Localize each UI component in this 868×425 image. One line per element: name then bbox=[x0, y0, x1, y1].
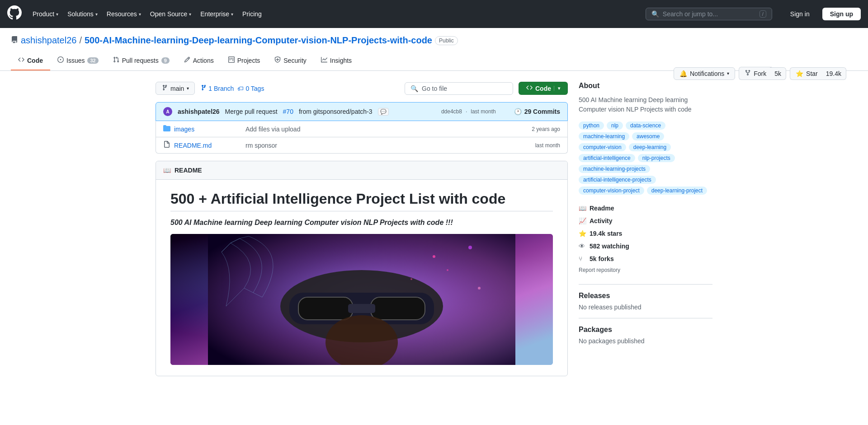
tab-label: Security bbox=[283, 57, 307, 64]
nav-item-pricing[interactable]: Pricing bbox=[239, 9, 265, 19]
sidebar-stat-label[interactable]: Readme bbox=[590, 205, 614, 212]
branch-info: 1 Branch 🏷 0 Tags bbox=[200, 84, 264, 92]
tag-item[interactable]: computer-vision bbox=[579, 143, 626, 151]
about-title: About bbox=[579, 82, 712, 90]
search-input[interactable] bbox=[663, 10, 756, 18]
tab-security[interactable]: Security bbox=[267, 51, 314, 70]
security-icon bbox=[274, 56, 281, 64]
tab-code[interactable]: Code bbox=[11, 51, 50, 70]
file-icon bbox=[163, 141, 170, 149]
folder-icon bbox=[163, 125, 170, 133]
repo-owner-link[interactable]: ashishpatel26 bbox=[21, 35, 76, 46]
branch-icon bbox=[161, 84, 168, 92]
tags-list: pythonnlpdata-sciencemachine-learningawe… bbox=[579, 121, 712, 195]
report-repository-link[interactable]: Report repository bbox=[579, 267, 712, 273]
chat-icon[interactable]: 💬 bbox=[378, 108, 389, 116]
go-to-file-button[interactable]: 🔍 Go to file bbox=[405, 82, 513, 95]
readme-heading: 500 + Artificial Intelligence Project Li… bbox=[170, 191, 553, 211]
tab-issues[interactable]: Issues32 bbox=[50, 51, 106, 70]
file-name-link[interactable]: README.md bbox=[174, 142, 242, 149]
repo-name-link[interactable]: 500-AI-Machine-learning-Deep-learning-Co… bbox=[85, 35, 432, 46]
commits-count-label: 29 Commits bbox=[524, 108, 560, 115]
nav-item-product[interactable]: Product▾ bbox=[29, 9, 62, 19]
tab-pull-requests[interactable]: Pull requests9 bbox=[106, 51, 177, 70]
nav-item-resources[interactable]: Resources▾ bbox=[103, 9, 145, 19]
code-chevron-icon: ▾ bbox=[554, 86, 560, 91]
tab-label: Pull requests bbox=[122, 57, 159, 64]
tag-item[interactable]: awesome bbox=[632, 132, 664, 140]
content-left: main ▾ 1 Branch 🏷 0 Tags 🔍 Go to file bbox=[156, 82, 568, 376]
watch-icon: 👁 bbox=[579, 243, 586, 250]
branches-link[interactable]: 1 Branch bbox=[200, 84, 234, 92]
sidebar-stat-label[interactable]: 19.4k stars bbox=[590, 230, 622, 237]
star-count[interactable]: 19.4k bbox=[821, 67, 846, 80]
tab-label: Actions bbox=[193, 57, 214, 64]
sidebar-stat-item: 👁 582 watching bbox=[579, 240, 712, 252]
tab-actions[interactable]: Actions bbox=[177, 51, 221, 70]
commit-message: Merge pull request bbox=[225, 108, 278, 115]
tag-item[interactable]: machine-learning bbox=[579, 132, 629, 140]
chevron-icon: ▾ bbox=[95, 12, 98, 17]
code-icon bbox=[18, 56, 24, 64]
svg-point-11 bbox=[410, 278, 412, 280]
commit-bar: A ashishpatel26 Merge pull request #70 f… bbox=[156, 102, 568, 121]
tab-insights[interactable]: Insights bbox=[314, 51, 359, 70]
table-row: images Add files via upload 2 years ago bbox=[156, 121, 567, 137]
tags-link[interactable]: 🏷 0 Tags bbox=[237, 85, 264, 92]
notifications-button[interactable]: 🔔 Notifications ▾ bbox=[674, 67, 735, 80]
readme-card: 📖 README 500 + Artificial Intelligence P… bbox=[156, 161, 568, 376]
notifications-label: Notifications bbox=[690, 70, 724, 77]
sidebar-stat-label[interactable]: Activity bbox=[590, 217, 613, 224]
tag-item[interactable]: nlp-projects bbox=[638, 154, 675, 162]
star-button-group: ⭐ Star 19.4k bbox=[790, 67, 846, 80]
projects-icon bbox=[228, 56, 235, 64]
search-bar[interactable]: 🔍 / bbox=[646, 8, 772, 20]
go-to-file-label: Go to file bbox=[422, 85, 447, 92]
nav-label: Resources bbox=[107, 10, 137, 18]
nav-label: Enterprise bbox=[200, 10, 229, 18]
sign-up-button[interactable]: Sign up bbox=[822, 8, 861, 20]
fork-button-group: Fork 5k bbox=[739, 67, 786, 80]
tag-item[interactable]: artificial-intelligence bbox=[579, 154, 635, 162]
sign-in-button[interactable]: Sign in bbox=[783, 8, 817, 20]
tag-item[interactable]: python bbox=[579, 121, 604, 130]
tag-item[interactable]: nlp bbox=[607, 121, 623, 130]
tag-item[interactable]: computer-vision-project bbox=[579, 187, 644, 195]
tag-item[interactable]: artificial-intelligence-projects bbox=[579, 176, 656, 184]
tag-item[interactable]: machine-learning-projects bbox=[579, 165, 650, 173]
commit-avatar: A bbox=[163, 107, 172, 116]
star-label: Star bbox=[806, 70, 818, 77]
tag-item[interactable]: deep-learning bbox=[629, 143, 671, 151]
code-dropdown-button[interactable]: Code ▾ bbox=[519, 82, 568, 95]
star-button[interactable]: ⭐ Star bbox=[790, 67, 823, 80]
bell-icon: 🔔 bbox=[679, 70, 687, 77]
nav-items: Product▾Solutions▾Resources▾Open Source▾… bbox=[29, 9, 265, 19]
branch-selector[interactable]: main ▾ bbox=[156, 82, 195, 95]
chevron-icon: ▾ bbox=[139, 12, 141, 17]
navbar: Product▾Solutions▾Resources▾Open Source▾… bbox=[0, 0, 868, 28]
commit-hash: dde4cb8 bbox=[441, 108, 462, 115]
github-logo[interactable] bbox=[7, 5, 22, 23]
nav-item-enterprise[interactable]: Enterprise▾ bbox=[197, 9, 237, 19]
fork-count[interactable]: 5k bbox=[770, 67, 786, 80]
tab-projects[interactable]: Projects bbox=[221, 51, 268, 70]
branches-icon bbox=[200, 84, 207, 92]
branches-count-label: 1 Branch bbox=[208, 85, 234, 92]
tag-item[interactable]: deep-learning-project bbox=[647, 187, 707, 195]
star-icon-btn: ⭐ bbox=[796, 70, 803, 77]
sidebar-stat-label[interactable]: 582 watching bbox=[590, 243, 629, 250]
commits-count-link[interactable]: 🕐 29 Commits bbox=[514, 108, 560, 115]
nav-item-solutions[interactable]: Solutions▾ bbox=[64, 9, 101, 19]
chevron-icon: ▾ bbox=[56, 12, 58, 17]
fork-button[interactable]: Fork bbox=[739, 67, 772, 80]
readme-icon: 📖 bbox=[579, 205, 586, 212]
tab-label: Projects bbox=[237, 57, 260, 64]
sidebar-stat-label[interactable]: 5k forks bbox=[590, 255, 614, 262]
tag-item[interactable]: data-science bbox=[626, 121, 665, 130]
tag-icon: 🏷 bbox=[237, 85, 244, 92]
commit-pr-link[interactable]: #70 bbox=[283, 108, 293, 115]
commit-user-link[interactable]: ashishpatel26 bbox=[178, 108, 220, 115]
file-name-link[interactable]: images bbox=[174, 126, 242, 133]
nav-item-open-source[interactable]: Open Source▾ bbox=[146, 9, 195, 19]
repo-separator: / bbox=[79, 35, 82, 46]
